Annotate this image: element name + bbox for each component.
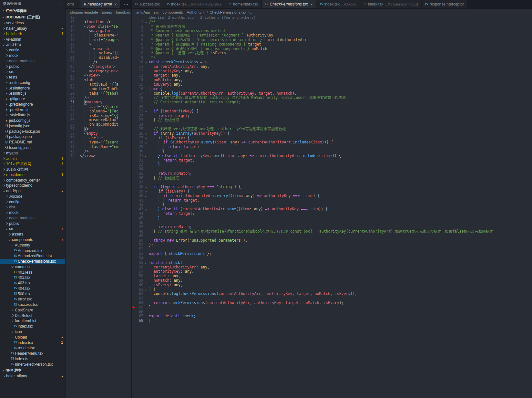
code-line[interactable]: 29 tabs="{{tabs} (66, 91, 131, 96)
code-line[interactable]: 18 // 没有判定权限.默认查看所有 authority 包括路由配置的aut… (132, 96, 532, 100)
code-line[interactable]: 32 return target; (132, 158, 532, 163)
breakpoint-gutter[interactable] (132, 29, 135, 33)
tree-item[interactable]: {}tsconfig.json (0, 145, 65, 151)
breakpoint-gutter[interactable] (132, 42, 135, 47)
tree-item[interactable]: {}package.json (0, 134, 65, 140)
code-line[interactable]: 8 * @param { 是否every处理 } isEvery (132, 51, 532, 56)
tree-item[interactable]: CostShare (0, 308, 65, 313)
tree-item[interactable]: TS403.tsx (0, 280, 65, 286)
code-line[interactable]: 68 (132, 319, 532, 323)
breakpoint-gutter[interactable] (132, 51, 135, 56)
code-line[interactable]: 56 currentAuthorityArr: any, (132, 265, 532, 270)
breakpoint-gutter[interactable] (132, 91, 135, 96)
tree-item[interactable]: dist (0, 204, 65, 210)
breakpoint-gutter[interactable] (132, 238, 135, 243)
code-line[interactable]: 47 return noMatch; (132, 225, 532, 229)
code-line[interactable]: 6 * @param { 通过的组件 | Passing components … (132, 42, 532, 47)
code-line[interactable]: 63 (132, 296, 532, 301)
tree-item[interactable]: config (0, 199, 65, 204)
code-line[interactable]: 39 a:else (66, 136, 131, 141)
code-line[interactable]: 46 (132, 221, 532, 225)
fold-gutter[interactable] (143, 109, 148, 114)
breakpoint-gutter[interactable] (132, 221, 135, 225)
breakpoint-gutter[interactable] (132, 247, 135, 252)
code-line[interactable]: 4 * @param { 权限判定 | Permission judgment … (132, 33, 532, 38)
code-line[interactable]: 12 (66, 16, 131, 20)
tree-item[interactable]: TSsuccess.tsx (0, 302, 65, 308)
tree-item[interactable]: mock (0, 53, 65, 58)
fold-gutter[interactable] (143, 189, 148, 194)
code-line[interactable]: 37 /> (66, 127, 131, 131)
tree-item[interactable]: ◆.prettierrc.js (0, 107, 65, 112)
code-line[interactable]: 64 return checkPermissions(currentAuthor… (132, 301, 532, 305)
fold-gutter[interactable] (143, 20, 148, 25)
breakpoint-gutter[interactable] (132, 127, 135, 131)
code-line[interactable]: 52 (132, 247, 532, 252)
fold-gutter[interactable] (143, 136, 148, 141)
code-line[interactable]: 16 className=" (66, 33, 131, 38)
code-line[interactable]: 31 <masonry (66, 100, 131, 105)
code-line[interactable]: 43 } else if (currentAuthorityArr.some((… (132, 207, 532, 212)
code-line[interactable]: 29 return target; (132, 145, 532, 149)
tree-item[interactable]: competency_center (0, 177, 65, 183)
breadcrumb-item[interactable]: antdApp (136, 10, 150, 14)
tree-item[interactable]: helloherb! (0, 31, 65, 37)
breakpoint-gutter[interactable] (132, 38, 135, 42)
breakpoint-gutter[interactable] (132, 269, 135, 274)
fold-gutter[interactable] (143, 60, 148, 65)
code-line[interactable]: 22 /> (66, 60, 131, 65)
breadcrumb-item[interactable]: pages (102, 10, 112, 14)
breakpoint-gutter[interactable] (132, 25, 135, 29)
breakpoint-gutter[interactable] (132, 176, 135, 181)
code-line[interactable]: 30 /> (66, 96, 131, 100)
tree-item[interactable]: ◈.eslintrc.js (0, 91, 65, 96)
breakpoint-gutter[interactable] (132, 47, 135, 51)
code-line[interactable]: 10const checkPermissions = ( (132, 60, 532, 65)
code-line[interactable]: 61) { (132, 288, 532, 292)
code-line[interactable]: 26 <tab (66, 78, 131, 82)
breakpoint-gutter[interactable] (132, 274, 135, 278)
breakpoint-gutter[interactable] (132, 136, 135, 141)
code-line[interactable]: 13 target: any, (132, 73, 532, 78)
code-line[interactable]: 42 /> (66, 149, 131, 154)
code-line[interactable]: 24 (132, 122, 532, 127)
tab-index.tsx[interactable]: TSindex.tsx.../Upload (316, 0, 360, 8)
breakpoint-gutter[interactable] (132, 225, 135, 229)
breakpoint-gutter[interactable] (132, 185, 135, 189)
tree-item[interactable]: 101vr产品官网! (0, 161, 65, 167)
code-line[interactable]: 22 return target; (132, 114, 532, 118)
tree-item[interactable]: Upload● (0, 334, 65, 340)
tree-item[interactable]: {}401.less (0, 269, 65, 275)
tree-item[interactable]: ⓘREADME.md (0, 140, 65, 145)
code-editor-left[interactable]: 1213 <location />14 <view class="se15 <n… (66, 16, 131, 398)
tree-item[interactable]: TS500.tsx (0, 291, 65, 297)
code-line[interactable]: 14 <view class="se (66, 25, 131, 29)
breakpoint-gutter[interactable] (132, 118, 135, 122)
code-line[interactable]: 35 return noMatch; (132, 172, 532, 176)
tree-item[interactable]: {}jsconfig.json (0, 123, 65, 129)
breakpoint-gutter[interactable] (132, 122, 135, 127)
code-line[interactable]: 7 * @param { 未通过的组件 | no pass components… (132, 47, 532, 51)
tree-item[interactable]: vr-admin (0, 37, 65, 42)
breakpoint-gutter[interactable] (132, 131, 135, 136)
tree-item[interactable]: formItemList (0, 318, 65, 324)
breakpoint-gutter[interactable] (132, 310, 135, 314)
code-line[interactable]: 55function check( (132, 261, 532, 265)
breakpoint-gutter[interactable] (132, 114, 135, 118)
code-line[interactable]: 14 noMatch: any, (132, 78, 532, 82)
tree-item[interactable]: reactdemo! (0, 172, 65, 177)
tree-item[interactable]: Authority (0, 242, 65, 248)
tree-item[interactable]: TS404.tsx (0, 286, 65, 291)
breadcrumb-item[interactable]: Authority (187, 10, 201, 14)
code-line[interactable]: 65} (132, 305, 532, 310)
open-editors-section[interactable]: 打开的编辑器 (0, 7, 65, 14)
close-icon[interactable]: × (114, 2, 117, 7)
breakpoint-gutter[interactable] (132, 87, 135, 91)
code-line[interactable]: 34 isRanking="{{ (66, 114, 131, 118)
code-line[interactable]: 24 <category-nav (66, 69, 131, 74)
code-line[interactable]: 12 authorityKey: any, (132, 69, 532, 74)
tab-CheckPermissions.tsx[interactable]: TSCheckPermissions.tsx× (262, 0, 316, 8)
code-line[interactable]: 33 columns="{{ac (66, 109, 131, 114)
code-line[interactable]: 9 */ (132, 56, 532, 60)
tree-item[interactable]: public (0, 64, 65, 69)
